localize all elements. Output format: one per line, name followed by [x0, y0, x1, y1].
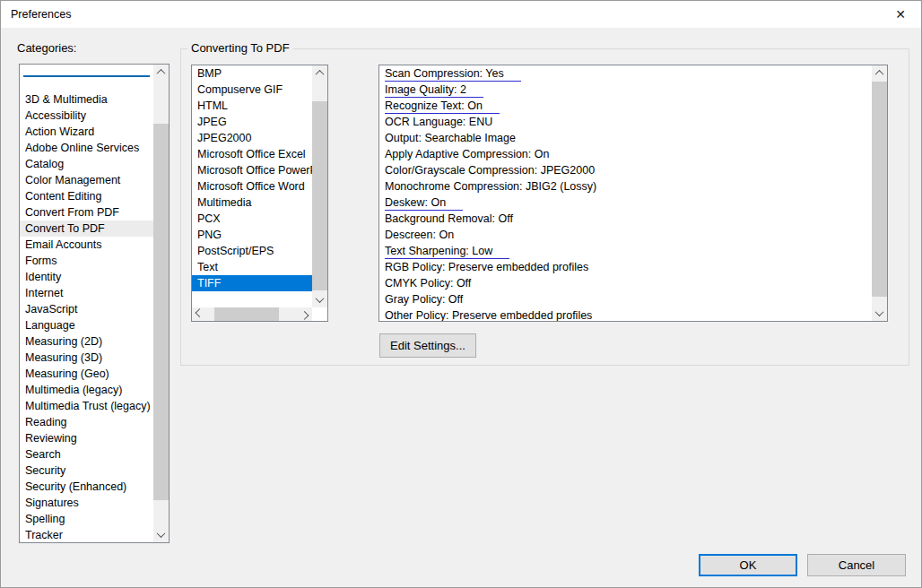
settings-scrollbar[interactable]: [872, 65, 887, 321]
format-item[interactable]: PCX: [192, 211, 312, 227]
setting-item[interactable]: Gray Policy: Off: [379, 291, 872, 307]
category-item[interactable]: Adobe Online Services: [20, 140, 153, 156]
category-item[interactable]: Multimedia (legacy): [20, 382, 153, 398]
category-item[interactable]: Identity: [20, 269, 153, 285]
setting-text: Other Policy: Preserve embedded profiles: [385, 309, 592, 321]
edit-settings-button[interactable]: Edit Settings...: [379, 333, 476, 358]
format-item[interactable]: TIFF: [192, 275, 312, 291]
setting-text-underlined: Recognize Text: On: [385, 99, 500, 114]
formats-listbox: BMPCompuserve GIFHTMLJPEGJPEG2000Microso…: [191, 65, 328, 322]
setting-text-underlined: Scan Compression: Yes: [385, 66, 521, 82]
scroll-up-button[interactable]: [872, 65, 887, 81]
category-item[interactable]: Reading: [20, 414, 153, 430]
scrollbar-thumb[interactable]: [872, 82, 887, 297]
category-item[interactable]: Email Accounts: [20, 237, 153, 253]
setting-text: OCR Language: ENU: [385, 116, 492, 128]
format-item[interactable]: Microsoft Office Word: [192, 178, 312, 195]
format-item[interactable]: Multimedia: [192, 195, 312, 211]
title-bar: Preferences: [1, 1, 921, 28]
setting-text: Descreen: On: [385, 229, 454, 241]
category-item[interactable]: JavaScript: [20, 301, 153, 317]
categories-scrollbar[interactable]: [153, 65, 169, 542]
category-item[interactable]: Internet: [20, 285, 153, 301]
chevron-down-icon: [157, 529, 166, 538]
format-item[interactable]: HTML: [192, 98, 312, 114]
format-item[interactable]: Text: [192, 259, 312, 275]
scrollbar-thumb[interactable]: [153, 124, 169, 500]
scroll-down-button[interactable]: [872, 306, 887, 321]
setting-item[interactable]: Output: Searchable Image: [379, 130, 872, 146]
category-item[interactable]: Security: [20, 463, 153, 479]
setting-text: CMYK Policy: Off: [385, 277, 471, 290]
format-item[interactable]: BMP: [192, 65, 312, 82]
setting-item[interactable]: Recognize Text: On: [379, 98, 872, 114]
separator-line-icon: [23, 75, 150, 77]
formats-hscrollbar[interactable]: [192, 307, 312, 321]
setting-item[interactable]: Deskew: On: [379, 195, 872, 211]
setting-item[interactable]: Scan Compression: Yes: [379, 65, 872, 82]
category-item[interactable]: Measuring (3D): [20, 350, 153, 366]
close-icon: ✕: [895, 8, 906, 21]
close-button[interactable]: ✕: [885, 4, 916, 25]
category-item[interactable]: Convert From PDF: [20, 204, 153, 220]
format-item[interactable]: JPEG2000: [192, 130, 312, 146]
preferences-dialog: Preferences ✕ Categories: 3D & Multimedi…: [0, 0, 922, 588]
setting-item[interactable]: Apply Adaptive Compression: On: [379, 146, 872, 162]
setting-item[interactable]: RGB Policy: Preserve embedded profiles: [379, 259, 872, 275]
category-item[interactable]: Reviewing: [20, 430, 153, 446]
scrollbar-thumb[interactable]: [214, 307, 279, 321]
category-item[interactable]: Multimedia Trust (legacy): [20, 398, 153, 414]
category-item[interactable]: Convert To PDF: [20, 220, 153, 237]
formats-vscrollbar[interactable]: [312, 65, 327, 307]
setting-item[interactable]: Image Quality: 2: [379, 82, 872, 98]
setting-item[interactable]: Monochrome Compression: JBIG2 (Lossy): [379, 178, 872, 195]
setting-item[interactable]: Descreen: On: [379, 227, 872, 243]
setting-item[interactable]: Other Policy: Preserve embedded profiles: [379, 307, 872, 321]
setting-text: Monochrome Compression: JBIG2 (Lossy): [385, 180, 596, 193]
scroll-left-button[interactable]: [192, 307, 207, 321]
format-item[interactable]: PostScript/EPS: [192, 243, 312, 259]
category-item[interactable]: Language: [20, 317, 153, 333]
category-item[interactable]: Measuring (2D): [20, 333, 153, 350]
category-item[interactable]: Accessibility: [20, 108, 153, 124]
cancel-button[interactable]: Cancel: [807, 554, 906, 576]
format-item[interactable]: Microsoft Office PowerPoint: [192, 162, 312, 178]
setting-text-underlined: Text Sharpening: Low: [385, 244, 509, 259]
category-item[interactable]: Search: [20, 446, 153, 463]
setting-item[interactable]: Background Removal: Off: [379, 211, 872, 227]
ok-button[interactable]: OK: [699, 554, 797, 576]
setting-text: Apply Adaptive Compression: On: [385, 148, 549, 160]
format-item[interactable]: Microsoft Office Excel: [192, 146, 312, 162]
scroll-up-button[interactable]: [153, 65, 169, 80]
window-title: Preferences: [1, 8, 71, 21]
category-item[interactable]: Forms: [20, 253, 153, 269]
category-item[interactable]: Tracker: [20, 527, 153, 542]
category-item[interactable]: Action Wizard: [20, 124, 153, 140]
group-title: Converting To PDF: [187, 41, 293, 55]
chevron-right-icon: [300, 311, 309, 320]
category-item[interactable]: Content Editing: [20, 188, 153, 204]
setting-item[interactable]: Color/Grayscale Compression: JPEG2000: [379, 162, 872, 178]
category-item[interactable]: Measuring (Geo): [20, 366, 153, 382]
scroll-up-button[interactable]: [312, 65, 327, 81]
chevron-up-icon: [157, 69, 166, 78]
setting-item[interactable]: Text Sharpening: Low: [379, 243, 872, 259]
category-item[interactable]: Spelling: [20, 511, 153, 527]
format-item[interactable]: PNG: [192, 227, 312, 243]
format-item[interactable]: Compuserve GIF: [192, 82, 312, 98]
setting-item[interactable]: CMYK Policy: Off: [379, 275, 872, 291]
chevron-up-icon: [316, 70, 325, 79]
category-item[interactable]: 3D & Multimedia: [20, 91, 153, 108]
format-item[interactable]: JPEG: [192, 114, 312, 130]
category-item[interactable]: Signatures: [20, 495, 153, 511]
setting-item[interactable]: OCR Language: ENU: [379, 114, 872, 130]
setting-text: Color/Grayscale Compression: JPEG2000: [385, 164, 595, 177]
scroll-right-button[interactable]: [297, 307, 312, 321]
category-item[interactable]: Catalog: [20, 156, 153, 172]
category-item[interactable]: Color Management: [20, 172, 153, 188]
scroll-down-button[interactable]: [153, 527, 169, 542]
scroll-down-button[interactable]: [312, 292, 327, 307]
category-item[interactable]: Security (Enhanced): [20, 479, 153, 495]
categories-label: Categories:: [17, 41, 76, 55]
scrollbar-thumb[interactable]: [312, 101, 327, 290]
